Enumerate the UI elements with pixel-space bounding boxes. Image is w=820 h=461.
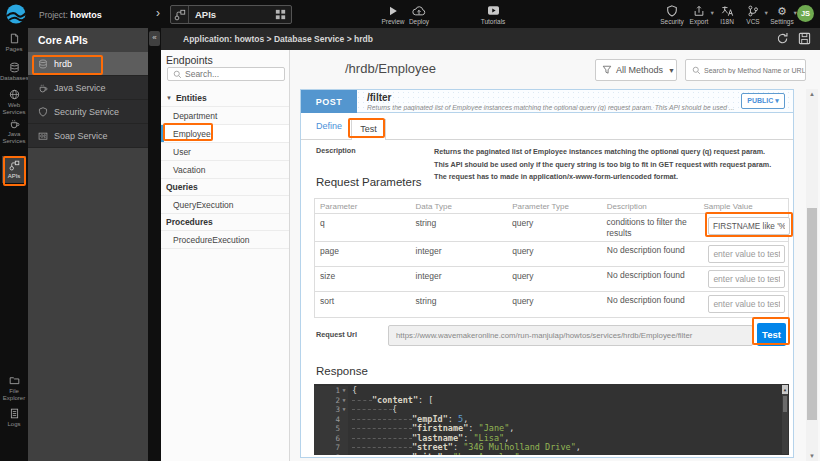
line-number: 4: [314, 415, 340, 425]
column-header: Sample Value: [698, 199, 788, 213]
editor-scroll-up-icon[interactable]: ▲: [782, 385, 788, 394]
description-text: Returns the paginated list of Employee i…: [434, 146, 780, 184]
scroll-thumb[interactable]: [807, 208, 817, 420]
param-data-type: integer: [411, 242, 508, 266]
fold-icon[interactable]: ▼: [340, 405, 348, 415]
endpoint-label: Vacation: [173, 165, 205, 175]
tab-test[interactable]: Test: [351, 119, 386, 140]
description-label: Description: [316, 146, 356, 155]
funnel-icon: [602, 65, 612, 75]
globe-icon: [0, 89, 28, 100]
search-icon: [173, 70, 182, 79]
api-path: /filter: [367, 92, 391, 103]
left-icon-sidebar: PagesDatabasesWeb ServicesJava ServicesA…: [0, 28, 28, 461]
sample-value-input-q[interactable]: [708, 217, 790, 235]
endpoint-label: Queries: [166, 182, 198, 192]
log-icon: [0, 408, 28, 419]
tutorials-button[interactable]: Tutorials: [478, 4, 508, 25]
sidebar-item-logs[interactable]: Logs: [0, 408, 28, 428]
endpoints-title: Endpoints: [166, 54, 213, 66]
refresh-icon[interactable]: [776, 32, 789, 45]
response-editor[interactable]: 1▼{2▼"content": [3▼{4"empId": 5,5"firstn…: [314, 384, 789, 455]
save-icon[interactable]: [798, 32, 811, 45]
core-api-label: Java Service: [54, 83, 106, 93]
deploy-button[interactable]: Deploy: [404, 4, 434, 25]
api-list-item[interactable]: POST /filter Returns the paginated list …: [301, 90, 793, 113]
sidebar-item-file-explorer[interactable]: File Explorer: [0, 375, 28, 402]
endpoints-search-input[interactable]: [185, 69, 265, 79]
api-summary: Returns the paginated list of Employee i…: [367, 104, 739, 111]
method-search-input[interactable]: [704, 67, 805, 74]
scroll-up-icon[interactable]: ▲: [806, 91, 818, 97]
vcs-button[interactable]: ▼VCS: [738, 4, 768, 25]
sidebar-item-pages[interactable]: Pages: [0, 33, 28, 53]
export-button[interactable]: ▼Export: [684, 4, 714, 25]
core-api-item-hrdb[interactable]: hrdb: [28, 52, 148, 76]
code-line-7: 7"street": "346 Mulholland Drive",: [314, 443, 789, 453]
app-nav-selector[interactable]: APIs: [170, 5, 292, 24]
method-filter-dropdown[interactable]: All Methods ▼: [595, 59, 677, 81]
core-api-item-java-service[interactable]: Java Service: [28, 76, 148, 100]
sidebar-item-label: APIs: [2, 173, 26, 180]
param-description: No description found: [602, 292, 699, 317]
code-line-4: 4"empId": 5,: [314, 415, 789, 425]
caret-down-icon: ▼: [166, 95, 172, 101]
sidebar-item-label: File Explorer: [0, 388, 28, 402]
line-number: 8: [314, 453, 340, 456]
security-button[interactable]: Security: [657, 4, 687, 25]
code-line-3: 3▼{: [314, 405, 789, 415]
endpoint-item-employee[interactable]: Employee: [161, 125, 289, 143]
settings-button[interactable]: ⚙▼Settings: [767, 4, 797, 25]
code-line-2: 2▼"content": [: [314, 396, 789, 406]
endpoint-item-vacation[interactable]: Vacation: [161, 161, 289, 179]
cloud-upload-icon: [404, 4, 434, 17]
fold-icon[interactable]: ▼: [340, 396, 348, 406]
shield-icon: [657, 4, 687, 17]
endpoints-section-queries[interactable]: Queries: [161, 179, 289, 196]
request-url-input[interactable]: [388, 325, 753, 346]
action-label: Settings: [767, 18, 797, 25]
endpoint-item-user[interactable]: User: [161, 143, 289, 161]
core-api-item-soap-service[interactable]: Soap Service: [28, 124, 148, 148]
endpoints-section-procedures[interactable]: Procedures: [161, 214, 289, 231]
sample-value-input-size[interactable]: [708, 270, 785, 288]
scroll-down-icon[interactable]: ▼: [806, 453, 818, 459]
test-button[interactable]: Test: [757, 323, 786, 346]
breadcrumb: Application: howtos > Database Service >…: [183, 34, 373, 44]
sidebar-item-java-services[interactable]: Java Services: [0, 118, 28, 145]
soap-icon: [36, 131, 50, 141]
table-header-row: ParameterData TypeParameter TypeDescript…: [315, 199, 788, 214]
response-title: Response: [316, 365, 368, 377]
avatar[interactable]: JS: [797, 5, 814, 22]
api-icon: [171, 6, 189, 23]
line-number: 6: [314, 434, 340, 444]
param-description: conditions to filter the results: [602, 214, 699, 241]
method-search[interactable]: [685, 59, 806, 81]
sidebar-item-apis[interactable]: APIs: [2, 156, 26, 183]
sidebar-item-web-services[interactable]: Web Services: [0, 89, 28, 116]
sample-value-input-sort[interactable]: [708, 295, 785, 313]
endpoint-item-department[interactable]: Department: [161, 107, 289, 125]
action-label: Deploy: [404, 18, 434, 25]
editor-scrollbar[interactable]: ▲: [782, 385, 788, 454]
grid-icon[interactable]: [275, 9, 286, 20]
tab-define[interactable]: Define: [316, 121, 342, 131]
core-apis-panel: Core APIs hrdbJava ServiceSecurity Servi…: [28, 28, 148, 461]
endpoints-search[interactable]: [167, 67, 285, 81]
sidebar-item-label: Databases: [0, 75, 28, 82]
breadcrumb-bar: Application: howtos > Database Service >…: [161, 28, 820, 50]
wavemaker-logo-icon[interactable]: [5, 3, 27, 25]
sidebar-item-databases[interactable]: Databases: [0, 62, 28, 82]
page-scrollbar[interactable]: ▲ ▼: [806, 89, 818, 461]
endpoint-item-procedureexecution[interactable]: ProcedureExecution: [161, 231, 289, 249]
endpoints-section-entities[interactable]: ▼Entities: [161, 90, 289, 107]
fold-icon[interactable]: ▼: [340, 386, 348, 396]
collapse-panel-button[interactable]: «: [149, 31, 160, 46]
sample-value-input-page[interactable]: [708, 245, 785, 263]
visibility-dropdown[interactable]: PUBLIC ▾: [741, 93, 785, 109]
endpoint-item-queryexecution[interactable]: QueryExecution: [161, 196, 289, 214]
param-type: query: [507, 267, 602, 291]
core-api-item-security-service[interactable]: Security Service: [28, 100, 148, 124]
editor-scroll-thumb[interactable]: [783, 396, 787, 412]
line-number: 2: [314, 396, 340, 406]
